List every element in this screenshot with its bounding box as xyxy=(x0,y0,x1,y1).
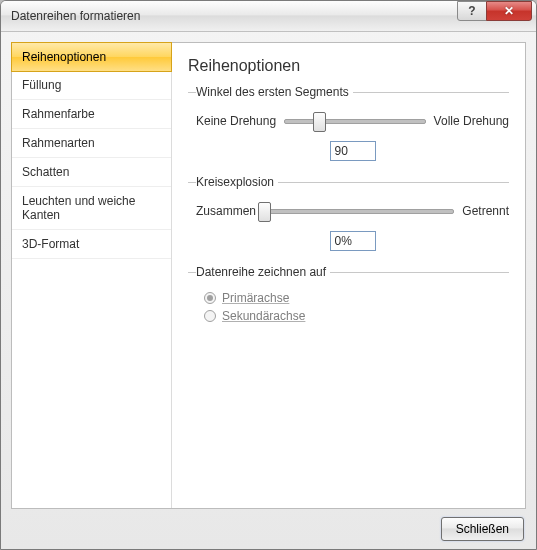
slider-track xyxy=(264,209,454,214)
help-button[interactable]: ? xyxy=(457,1,487,21)
radio-icon xyxy=(204,292,216,304)
explosion-legend: Kreisexplosion xyxy=(196,175,278,189)
titlebar-buttons: ? ✕ xyxy=(458,1,532,23)
main-area: Reihenoptionen Füllung Rahmenfarbe Rahme… xyxy=(11,42,526,509)
page-heading: Reihenoptionen xyxy=(188,57,509,75)
sidebar-item-label: Rahmenarten xyxy=(22,136,95,150)
radio-icon xyxy=(204,310,216,322)
sidebar-item-fuellung[interactable]: Füllung xyxy=(12,71,171,100)
radio-secondary-axis: Sekundärachse xyxy=(204,309,509,323)
slider-track xyxy=(284,119,426,124)
explosion-slider[interactable] xyxy=(264,201,454,221)
radio-primary-axis: Primärachse xyxy=(204,291,509,305)
dialog-window: Datenreihen formatieren ? ✕ Reihenoption… xyxy=(0,0,537,550)
explosion-value-row: 0% xyxy=(196,231,509,251)
angle-right-label: Volle Drehung xyxy=(434,114,509,128)
sidebar-item-schatten[interactable]: Schatten xyxy=(12,158,171,187)
explosion-right-label: Getrennt xyxy=(462,204,509,218)
sidebar-item-3d-format[interactable]: 3D-Format xyxy=(12,230,171,259)
angle-value-input[interactable]: 90 xyxy=(330,141,376,161)
sidebar-item-rahmenfarbe[interactable]: Rahmenfarbe xyxy=(12,100,171,129)
radio-label: Sekundärachse xyxy=(222,309,305,323)
angle-slider[interactable] xyxy=(284,111,426,131)
titlebar: Datenreihen formatieren ? ✕ xyxy=(1,1,536,32)
explosion-left-label: Zusammen xyxy=(196,204,256,218)
explosion-value-input[interactable]: 0% xyxy=(330,231,376,251)
explosion-slider-row: Zusammen Getrennt xyxy=(196,201,509,221)
angle-slider-row: Keine Drehung Volle Drehung xyxy=(196,111,509,131)
content-panel: Reihenoptionen Winkel des ersten Segment… xyxy=(172,43,525,508)
slider-thumb[interactable] xyxy=(313,112,326,132)
sidebar-item-leuchten[interactable]: Leuchten und weiche Kanten xyxy=(12,187,171,230)
sidebar-item-reihen-optionen[interactable]: Reihenoptionen xyxy=(11,42,172,72)
angle-group: Winkel des ersten Segments Keine Drehung… xyxy=(188,85,509,161)
angle-value-row: 90 xyxy=(196,141,509,161)
sidebar-item-label: Rahmenfarbe xyxy=(22,107,95,121)
close-icon: ✕ xyxy=(504,4,514,18)
slider-thumb[interactable] xyxy=(258,202,271,222)
radio-label: Primärachse xyxy=(222,291,289,305)
sidebar-item-label: Füllung xyxy=(22,78,61,92)
axis-legend: Datenreihe zeichnen auf xyxy=(196,265,330,279)
close-button[interactable]: Schließen xyxy=(441,517,524,541)
window-title: Datenreihen formatieren xyxy=(11,9,140,23)
dialog-footer: Schließen xyxy=(11,509,526,541)
help-icon: ? xyxy=(468,4,475,18)
dialog-body: Reihenoptionen Füllung Rahmenfarbe Rahme… xyxy=(1,32,536,549)
sidebar-item-label: 3D-Format xyxy=(22,237,79,251)
axis-group: Datenreihe zeichnen auf Primärachse Seku… xyxy=(188,265,509,327)
sidebar-item-rahmenarten[interactable]: Rahmenarten xyxy=(12,129,171,158)
sidebar-item-label: Reihenoptionen xyxy=(22,50,106,64)
angle-left-label: Keine Drehung xyxy=(196,114,276,128)
explosion-group: Kreisexplosion Zusammen Getrennt 0% xyxy=(188,175,509,251)
sidebar-item-label: Leuchten und weiche Kanten xyxy=(22,194,135,222)
angle-legend: Winkel des ersten Segments xyxy=(196,85,353,99)
sidebar-item-label: Schatten xyxy=(22,165,69,179)
sidebar: Reihenoptionen Füllung Rahmenfarbe Rahme… xyxy=(12,43,172,508)
close-window-button[interactable]: ✕ xyxy=(486,1,532,21)
